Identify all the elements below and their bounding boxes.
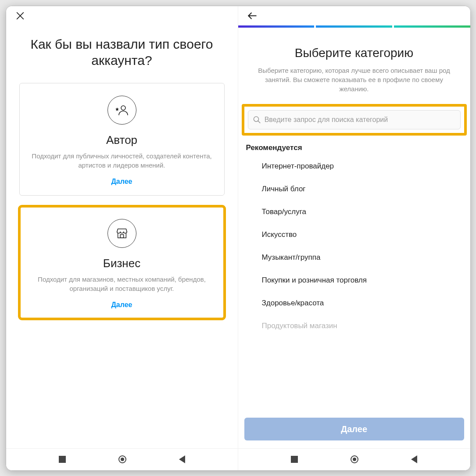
next-button[interactable]: Далее xyxy=(244,418,464,440)
category-screen: Выберите категорию Выберите категорию, к… xyxy=(238,6,470,470)
back-arrow-icon xyxy=(247,10,258,21)
svg-rect-3 xyxy=(120,234,124,238)
topbar-right xyxy=(238,6,470,25)
category-item[interactable]: Продуктовый магазин xyxy=(246,315,462,337)
svg-point-2 xyxy=(121,106,125,110)
author-icon xyxy=(115,103,129,117)
search-box[interactable] xyxy=(248,110,461,129)
back-button[interactable] xyxy=(245,9,259,23)
recommended-label: Рекомендуется xyxy=(238,136,470,155)
category-item[interactable]: Искусство xyxy=(246,223,462,246)
card-business-title: Бизнес xyxy=(29,257,215,270)
card-business-next-link[interactable]: Далее xyxy=(29,298,215,311)
category-item[interactable]: Покупки и розничная торговля xyxy=(246,269,462,292)
nav-home-icon[interactable] xyxy=(351,455,358,463)
svg-line-6 xyxy=(258,121,260,123)
android-nav-right xyxy=(238,448,470,470)
nav-back-icon[interactable] xyxy=(179,455,185,463)
card-business-desc: Подходит для магазинов, местных компаний… xyxy=(29,275,215,293)
category-item[interactable]: Личный блог xyxy=(246,178,462,200)
topbar-left xyxy=(6,6,238,25)
category-item[interactable]: Интернет-провайдер xyxy=(246,155,462,178)
category-item[interactable]: Товар/услуга xyxy=(246,200,462,223)
android-nav-left xyxy=(6,448,238,470)
category-title: Выберите категорию xyxy=(238,28,470,66)
search-icon xyxy=(253,115,261,124)
card-author-next-link[interactable]: Далее xyxy=(29,175,215,188)
card-business[interactable]: Бизнес Подходит для магазинов, местных к… xyxy=(19,206,225,319)
category-item[interactable]: Здоровье/красота xyxy=(246,292,462,315)
author-icon-circle xyxy=(107,96,136,125)
nav-home-icon[interactable] xyxy=(118,455,126,463)
category-list: Интернет-провайдер Личный блог Товар/усл… xyxy=(238,155,470,418)
search-input[interactable] xyxy=(261,116,456,124)
business-icon-circle xyxy=(107,219,136,248)
page-title: Как бы вы назвали тип своего аккаунта? xyxy=(6,25,238,78)
card-author-desc: Подходит для публичных личностей, создат… xyxy=(29,151,215,170)
account-type-screen: Как бы вы назвали тип своего аккаунта? А… xyxy=(6,6,238,470)
close-icon xyxy=(15,11,25,21)
category-item[interactable]: Музыкант/группа xyxy=(246,246,462,269)
close-button[interactable] xyxy=(13,9,27,23)
category-subtitle: Выберите категорию, которая лучше всего … xyxy=(238,66,470,104)
storefront-icon xyxy=(115,227,129,240)
card-author[interactable]: Автор Подходит для публичных личностей, … xyxy=(19,83,225,196)
card-author-title: Автор xyxy=(29,133,215,147)
nav-overview-icon[interactable] xyxy=(59,456,66,463)
search-highlight xyxy=(242,104,467,136)
nav-overview-icon[interactable] xyxy=(291,456,298,463)
nav-back-icon[interactable] xyxy=(411,455,417,463)
